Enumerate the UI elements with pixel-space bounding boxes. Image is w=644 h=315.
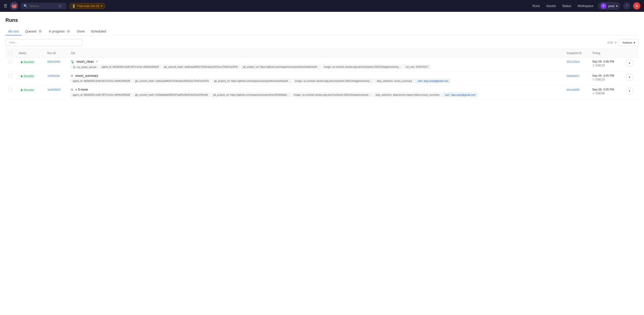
row-checkbox[interactable]	[9, 88, 12, 91]
refresh-icon[interactable]: ↻	[614, 41, 617, 44]
refresh-time: 0:05	[608, 41, 613, 44]
select-all-checkbox[interactable]	[9, 51, 12, 55]
top-navigation: ☰ 🐙 🔍 / ⏳ Trial ends Oct 22 ▾ Runs Asset…	[0, 0, 644, 12]
tag: image: us-central1-docker.pkg.dev/myhybr…	[292, 93, 372, 97]
tag: image: us-central1-docker.pkg.dev/myhybr…	[293, 79, 374, 83]
status-badge: Success	[18, 88, 36, 92]
tag: image: us-central1-docker.pkg.dev/myhybr…	[322, 65, 402, 69]
nav-workspace[interactable]: Workspace	[576, 3, 595, 9]
tab-all-runs[interactable]: All runs	[6, 28, 22, 36]
nav-runs[interactable]: Runs	[531, 3, 542, 9]
tag-highlight: user: lopp.sean@gmail.com	[415, 79, 450, 83]
search-bar[interactable]: 🔍 /	[21, 3, 66, 9]
menu-icon[interactable]: ☰	[4, 4, 7, 9]
job-tags: agent_id: 9b5b6303-d18f-4972-b15e-c864b1…	[70, 93, 560, 97]
refresh-area: 0:05 ↻	[608, 41, 617, 44]
snapshot-id-link[interactable]: d4cd4d36	[566, 88, 580, 91]
clock-icon: ⏱	[592, 78, 595, 81]
nav-status[interactable]: Status	[560, 3, 573, 9]
search-input[interactable]	[29, 4, 56, 8]
actions-button[interactable]: Actions ▾	[619, 39, 638, 46]
trial-chevron-icon: ▾	[101, 4, 102, 8]
nav-assets[interactable]: Assets	[544, 3, 558, 9]
tab-done[interactable]: Done	[74, 28, 87, 36]
col-header-runid: Run ID	[44, 49, 68, 58]
actions-label: Actions	[622, 41, 632, 44]
timing-date: Sep 29, 3:35 PM	[592, 88, 620, 91]
status-dot-icon	[21, 89, 22, 91]
table-icon: ⊞	[70, 88, 73, 91]
clock-icon: ⏱	[592, 64, 595, 67]
duration-value: 0:00:56	[596, 92, 605, 95]
trial-label: Trial ends Oct 22	[77, 4, 100, 8]
tag: git_project_url: https://github.com/slop…	[241, 65, 321, 69]
tag: 📡 my_asset_sensor	[70, 65, 98, 69]
trial-banner[interactable]: ⏳ Trial ends Oct 22 ▾	[69, 3, 105, 9]
help-button[interactable]: ?	[623, 2, 630, 10]
tag: git_project_url: https://github.com/slop…	[211, 93, 291, 97]
tag: git_commit_hash: cba5cba4f6637433fca5ec9…	[133, 79, 211, 83]
expand-button[interactable]: ▾	[626, 74, 633, 81]
top-right-area: 0:05 ↻ Actions ▾	[608, 39, 638, 46]
tab-done-label: Done	[77, 30, 84, 33]
run-id-link[interactable]: 144f818d	[47, 74, 60, 78]
expand-button[interactable]: ▾	[626, 88, 633, 94]
job-name: ⊞ resort_summary	[70, 74, 560, 78]
job-name: 📡 resort_clean ↗	[70, 60, 560, 63]
table-icon: ⊞	[70, 74, 73, 78]
job-name-label: resort_summary	[75, 74, 98, 78]
workspace-selector[interactable]: P prod ▾	[598, 2, 620, 10]
status-dot-icon	[21, 76, 22, 77]
tab-in-progress-badge: 0	[66, 30, 70, 33]
external-link-icon[interactable]: ↗	[96, 60, 98, 63]
runs-table: Status Run ID Job Snapshot ID Timing Suc…	[6, 49, 638, 99]
tab-queued-badge: 0	[38, 30, 42, 33]
expand-button[interactable]: ▾	[626, 60, 633, 66]
tag: agent_id: 9b5b6303-d18f-4972-b15e-c864b1…	[70, 79, 132, 83]
main-content: Runs All runs Queued 0 In progress 0 Don…	[0, 12, 644, 99]
timing-duration: ⏱ 0:00:12	[592, 64, 620, 67]
snapshot-id-link[interactable]: 351210cd	[566, 60, 580, 63]
tab-scheduled-label: Scheduled	[91, 30, 106, 33]
col-header-job: Job	[68, 49, 564, 58]
tag: git_commit_hash: 610bfabafa2860347aa9f10…	[133, 93, 210, 97]
job-tags: agent_id: 9b5b6303-d18f-4972-b15e-c864b1…	[70, 79, 560, 83]
table-row: Success 605c554b 📡 resort_clean ↗ 📡 my_a…	[6, 58, 638, 72]
search-icon: 🔍	[24, 4, 28, 8]
timing-date: Sep 29, 3:45 PM	[592, 74, 620, 77]
filter-bar: 0:05 ↻ Actions ▾	[6, 39, 638, 46]
tab-queued[interactable]: Queued 0	[22, 28, 45, 36]
job-name-label: resort_clean	[76, 60, 94, 63]
prod-avatar: P	[601, 3, 606, 9]
tab-in-progress[interactable]: In progress 0	[46, 28, 73, 36]
row-checkbox[interactable]	[9, 60, 12, 63]
run-id-link[interactable]: 605c554b	[47, 60, 60, 63]
table-row: Success 144f818d ⊞ resort_summary agent_…	[6, 72, 638, 86]
run-id-link[interactable]: 3a033825	[47, 88, 60, 91]
tab-in-progress-label: In progress	[49, 30, 65, 33]
user-avatar[interactable]: S	[633, 2, 640, 10]
status-label: Success	[24, 88, 34, 92]
filter-input[interactable]	[6, 39, 83, 46]
col-header-actions	[623, 49, 638, 58]
actions-chevron-icon: ▾	[634, 41, 635, 44]
tag: run_key: 919374377	[404, 65, 430, 69]
sensor-tag-icon: 📡	[73, 66, 76, 68]
status-label: Success	[24, 75, 34, 78]
tag: step_selection: abay,breck,copper,eldora…	[374, 93, 442, 97]
sensor-icon: 📡	[70, 60, 74, 63]
tag: git_commit_hash: cba5cba4f6637433fca5ec9…	[162, 65, 240, 69]
runs-tabs: All runs Queued 0 In progress 0 Done Sch…	[6, 28, 638, 36]
row-checkbox[interactable]	[9, 74, 12, 78]
prod-chevron-icon: ▾	[616, 4, 618, 8]
tag: step_selection: resort_summary	[375, 79, 414, 83]
status-dot-icon	[21, 61, 22, 63]
table-row: Success 3a033825 ⊞ + 5 more agent_id: 9b…	[6, 86, 638, 99]
tab-scheduled[interactable]: Scheduled	[88, 28, 108, 36]
slash-shortcut: /	[58, 4, 61, 8]
duration-value: 0:00:19	[596, 78, 605, 81]
page-title: Runs	[6, 17, 638, 23]
tag: git_project_url: https://github.com/slop…	[212, 79, 292, 83]
tab-all-runs-label: All runs	[8, 30, 19, 33]
snapshot-id-link[interactable]: 0b4a3d17	[566, 74, 580, 78]
